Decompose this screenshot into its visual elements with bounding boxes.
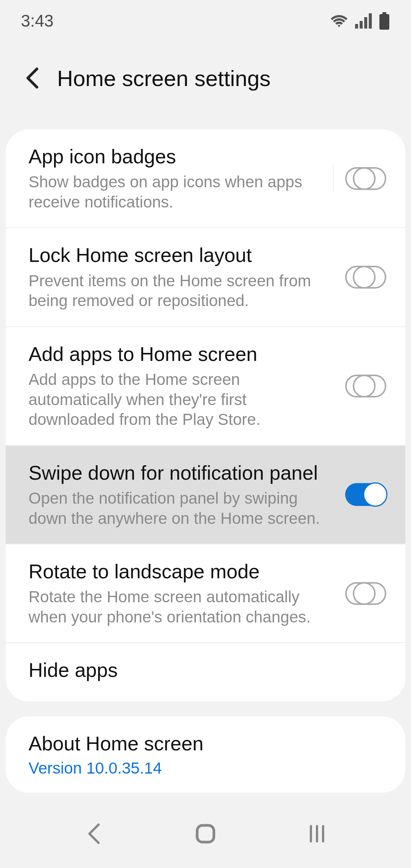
- setting-text: Hide apps: [29, 658, 386, 686]
- nav-back-button[interactable]: [79, 819, 109, 849]
- setting-title: Lock Home screen layout: [29, 243, 334, 267]
- about-title: About Home screen: [29, 732, 386, 755]
- about-row[interactable]: About Home screen Version 10.0.35.14: [6, 716, 405, 793]
- setting-row-swipe-notif[interactable]: Swipe down for notification panelOpen th…: [6, 446, 405, 544]
- setting-row-hide-apps[interactable]: Hide apps: [6, 643, 405, 701]
- setting-subtitle: Rotate the Home screen automatically whe…: [29, 587, 334, 627]
- svg-rect-4: [382, 12, 386, 14]
- nav-recents-button[interactable]: [302, 819, 332, 849]
- vertical-separator: [333, 165, 334, 192]
- toggle-lock-layout[interactable]: [345, 266, 386, 289]
- setting-title: Hide apps: [29, 658, 386, 682]
- toggle-app-icon-badges[interactable]: [345, 167, 386, 190]
- chevron-left-icon: [86, 823, 102, 844]
- svg-rect-0: [355, 24, 358, 29]
- setting-text: Lock Home screen layoutPrevent items on …: [29, 243, 334, 311]
- setting-row-rotate[interactable]: Rotate to landscape modeRotate the Home …: [6, 544, 405, 643]
- toggle-swipe-notif[interactable]: [345, 483, 386, 506]
- setting-row-add-apps[interactable]: Add apps to Home screenAdd apps to the H…: [6, 327, 405, 446]
- setting-subtitle: Add apps to the Home screen automaticall…: [29, 370, 334, 430]
- nav-home-button[interactable]: [190, 819, 221, 849]
- setting-title: App icon badges: [29, 145, 322, 168]
- setting-subtitle: Show badges on app icons when apps recei…: [29, 172, 322, 212]
- header: Home screen settings: [0, 42, 411, 129]
- about-version: Version 10.0.35.14: [29, 759, 386, 777]
- recents-icon: [307, 824, 327, 844]
- wifi-icon: [330, 13, 348, 29]
- svg-rect-3: [369, 13, 372, 29]
- setting-text: Swipe down for notification panelOpen th…: [29, 461, 334, 528]
- home-outline-icon: [195, 823, 216, 844]
- setting-text: Add apps to Home screenAdd apps to the H…: [29, 342, 334, 430]
- system-nav-bar: [0, 799, 411, 868]
- setting-subtitle: Prevent items on the Home screen from be…: [29, 271, 334, 311]
- settings-card: App icon badgesShow badges on app icons …: [6, 129, 405, 701]
- svg-rect-5: [379, 14, 389, 30]
- svg-rect-2: [364, 17, 367, 29]
- setting-subtitle: Open the notification panel by swiping d…: [29, 488, 334, 528]
- status-icons: [330, 12, 390, 30]
- setting-row-app-icon-badges[interactable]: App icon badgesShow badges on app icons …: [6, 129, 405, 228]
- signal-icon: [355, 13, 372, 29]
- toggle-add-apps[interactable]: [345, 375, 386, 397]
- setting-title: Rotate to landscape mode: [29, 560, 334, 583]
- setting-text: Rotate to landscape modeRotate the Home …: [29, 560, 334, 627]
- status-time: 3:43: [21, 11, 54, 30]
- setting-title: Add apps to Home screen: [29, 342, 334, 366]
- setting-title: Swipe down for notification panel: [29, 461, 334, 485]
- chevron-left-icon: [25, 67, 39, 89]
- setting-row-lock-layout[interactable]: Lock Home screen layoutPrevent items on …: [6, 228, 405, 327]
- about-card: About Home screen Version 10.0.35.14: [6, 716, 405, 793]
- setting-text: App icon badgesShow badges on app icons …: [29, 145, 322, 212]
- toggle-rotate[interactable]: [345, 582, 386, 605]
- svg-rect-1: [360, 21, 363, 29]
- back-button[interactable]: [23, 65, 42, 91]
- status-bar: 3:43: [0, 0, 411, 42]
- svg-rect-6: [197, 825, 214, 842]
- page-title: Home screen settings: [57, 65, 271, 91]
- battery-icon: [379, 12, 390, 30]
